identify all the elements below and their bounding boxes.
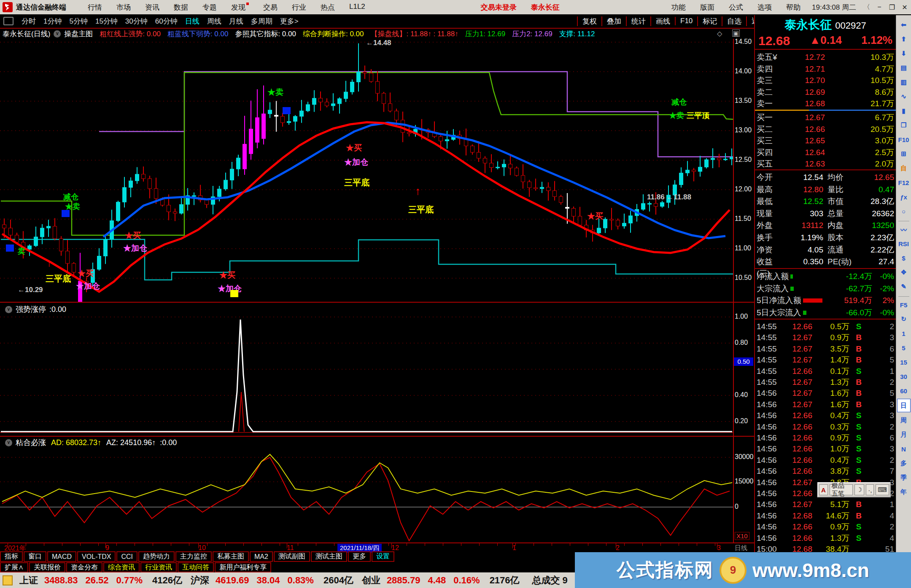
tab-新用户福利专享[interactable]: 新用户福利专享	[215, 562, 271, 572]
tick-row[interactable]: 14:5512.671.3万B2	[757, 377, 894, 388]
period-n[interactable]: N	[898, 443, 910, 455]
tab-测试副图[interactable]: 测试副图	[274, 551, 310, 562]
back-icon[interactable]: ⬅	[898, 19, 910, 31]
period-1[interactable]: 1	[898, 327, 910, 340]
tool-标记[interactable]: 标记	[697, 16, 722, 26]
tab-资金分布[interactable]: 资金分布	[66, 562, 102, 572]
tick-row[interactable]: 14:5612.661.3万S4	[757, 533, 894, 544]
ime-button-3[interactable]: ·,	[866, 484, 874, 495]
tick-row[interactable]: 14:5612.663.8万S7	[757, 466, 894, 477]
tick-row[interactable]: 14:5612.660.4万S3	[757, 410, 894, 421]
trend-chart-icon[interactable]: ∿	[898, 90, 910, 103]
period-day[interactable]: 日	[897, 399, 911, 412]
diamond-icon[interactable]: ◇	[717, 30, 722, 38]
period-5[interactable]: 5	[898, 341, 910, 354]
period-30[interactable]: 30	[898, 370, 910, 383]
menu-item-公式[interactable]: 公式	[722, 3, 750, 12]
tick-row[interactable]: 14:5612.660.9万S6	[757, 432, 894, 443]
down-icon[interactable]: ⬇	[898, 47, 910, 60]
tick-row[interactable]: 14:5612.660.4万S2	[757, 455, 894, 466]
tab-综合资讯[interactable]: 综合资讯	[103, 562, 140, 572]
pages-icon[interactable]: ❐	[898, 119, 910, 132]
tick-row[interactable]: 14:5612.6814.6万B4	[757, 510, 894, 521]
menu-item-发现[interactable]: 发现	[224, 3, 256, 12]
maximize-pane-icon[interactable]: ▣	[732, 30, 740, 37]
menu-item-选项[interactable]: 选项	[750, 3, 779, 12]
menu-item-热点[interactable]: 热点	[313, 3, 342, 12]
tree-icon[interactable]: ⊞	[898, 148, 910, 160]
tool-自选[interactable]: 自选	[722, 16, 746, 26]
tab-VOL-TDX[interactable]: VOL-TDX	[77, 551, 116, 562]
pane2-title[interactable]: 粘合必涨	[16, 438, 46, 448]
timeframe-60分钟[interactable]: 60分钟	[155, 16, 178, 26]
timeframe-1分钟[interactable]: 1分钟	[43, 16, 62, 26]
timeframe-多周期[interactable]: 多周期	[251, 16, 272, 26]
tool-画线[interactable]: 画线	[650, 16, 675, 26]
back-button[interactable]: 〈	[860, 3, 873, 12]
tab-指标[interactable]: 指标	[0, 551, 23, 562]
menu-item-资讯[interactable]: 资讯	[138, 3, 167, 12]
period-week[interactable]: 周	[898, 414, 910, 427]
timeframe-30分钟[interactable]: 30分钟	[125, 16, 148, 26]
period-year[interactable]: 年	[898, 486, 910, 498]
report-icon[interactable]: ▤	[898, 62, 910, 74]
tick-row[interactable]: 14:5512.671.4万B5	[757, 354, 894, 365]
menu-item-L1L2[interactable]: L1L2	[342, 3, 372, 12]
formula-icon[interactable]: ƒx	[898, 191, 910, 203]
bid-row[interactable]: 买二12.6620.5万	[757, 124, 894, 135]
period-60[interactable]: 60	[898, 384, 910, 397]
bid-row[interactable]: 买三12.653.0万	[757, 135, 894, 146]
up-icon[interactable]: ⬆	[898, 33, 910, 46]
menu-item-市场[interactable]: 市场	[109, 3, 138, 12]
timeframe-5分钟[interactable]: 5分钟	[69, 16, 87, 26]
window-layout-icon[interactable]	[3, 17, 13, 25]
timeframe-月线[interactable]: 月线	[229, 16, 243, 26]
tick-row[interactable]: 14:5512.670.9万B3	[757, 332, 894, 343]
tick-row[interactable]: 14:5612.671.6万B3	[757, 399, 894, 410]
tab-设置[interactable]: 设置	[372, 551, 394, 562]
menu-item-功能[interactable]: 功能	[664, 3, 693, 12]
timeframe-15分钟[interactable]: 15分钟	[95, 16, 118, 26]
tick-row[interactable]: 14:5512.660.1万S1	[757, 366, 894, 377]
period-15[interactable]: 15	[898, 356, 910, 368]
tab-行业资讯[interactable]: 行业资讯	[140, 562, 177, 572]
rsi-icon[interactable]: RSI	[898, 237, 910, 250]
index-icon[interactable]	[3, 575, 13, 585]
ask-row[interactable]: 卖一12.6821.7万	[757, 98, 894, 109]
menu-item-行业[interactable]: 行业	[285, 3, 313, 12]
f5-icon[interactable]: F5	[898, 298, 910, 311]
tool-F10[interactable]: F10	[675, 17, 697, 25]
minimize-button[interactable]: −	[873, 3, 886, 11]
tab-关联报价[interactable]: 关联报价	[29, 562, 65, 572]
kline-icon[interactable]: ▮	[898, 105, 910, 117]
tab-窗口[interactable]: 窗口	[24, 551, 46, 562]
ask-row[interactable]: 卖二12.698.6万	[757, 86, 894, 98]
tab-测试主图[interactable]: 测试主图	[311, 551, 347, 562]
indicator-name[interactable]: 操盘主图	[64, 29, 93, 39]
pane2-chart[interactable]	[0, 446, 734, 543]
move-icon[interactable]: ✥	[898, 266, 910, 279]
close-button[interactable]: ✕	[898, 3, 911, 11]
bid-row[interactable]: 买一12.676.7万	[757, 112, 894, 123]
tab-互动问答[interactable]: 互动问答	[178, 562, 214, 572]
quote-list-icon[interactable]: ▥	[898, 76, 910, 89]
tick-row[interactable]: 14:5512.660.5万S2	[757, 321, 894, 332]
tab-MACD[interactable]: MACD	[47, 551, 76, 562]
tool-复权[interactable]: 复权	[577, 16, 601, 26]
bid-row[interactable]: 买五12.632.0万	[757, 158, 894, 169]
wave-icon[interactable]: 〰	[898, 223, 910, 236]
timeframe-更多>[interactable]: 更多>	[280, 16, 299, 26]
menu-alert-0[interactable]: 交易未登录	[474, 3, 524, 12]
money-icon[interactable]: $	[898, 252, 910, 264]
ime-button-2[interactable]: ☽	[854, 484, 864, 495]
ime-button-0[interactable]: A	[819, 484, 828, 495]
pane1-chart[interactable]	[0, 312, 734, 435]
tick-row[interactable]: 14:5612.671.6万B5	[757, 388, 894, 399]
ime-button-1[interactable]: 极品五笔	[830, 484, 853, 495]
tab-MA2[interactable]: MA2	[250, 551, 273, 562]
tool-统计[interactable]: 统计	[626, 16, 650, 26]
menu-item-行情[interactable]: 行情	[81, 3, 109, 12]
refresh-icon[interactable]: ↻	[898, 313, 910, 325]
tick-row[interactable]: 14:5612.660.3万S2	[757, 422, 894, 432]
tick-row[interactable]: 14:5612.675.1万B1	[757, 499, 894, 510]
